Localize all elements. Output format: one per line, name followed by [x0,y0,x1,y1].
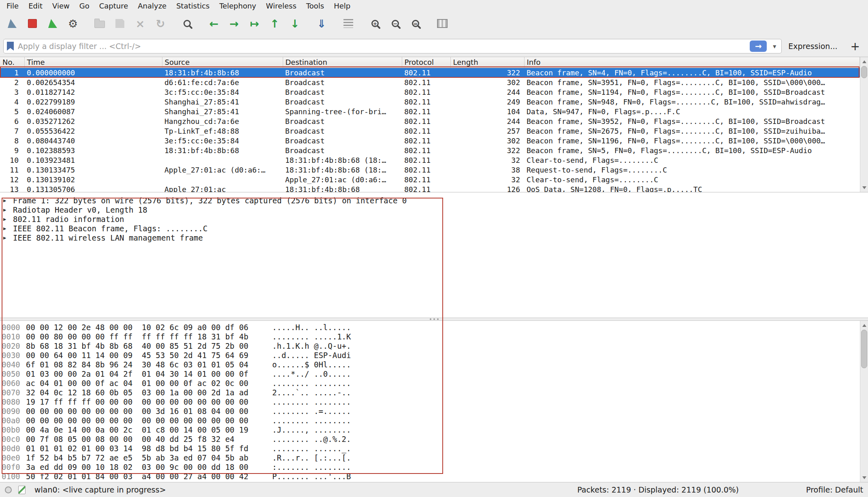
scroll-down-arrow[interactable] [860,184,868,191]
restart-capture-button[interactable] [43,14,62,33]
menu-item-analyze[interactable]: Analyze [133,2,171,10]
packet-list-scrollbar[interactable] [860,57,868,192]
restart-capture-icon [47,19,58,28]
packet-row-8[interactable]: 80.0804437403e:f5:cc:0e:35:84Broadcast80… [0,136,860,145]
column-header-time[interactable]: Time [24,57,162,68]
menu-item-tools[interactable]: Tools [301,2,329,10]
column-header-no[interactable]: No. [0,57,24,68]
hex-row-0030[interactable]: 003000 00 64 00 11 14 00 09 45 53 50 2d … [2,350,868,360]
expander-icon[interactable] [2,235,13,241]
hex-row-0090[interactable]: 009000 00 00 00 00 00 00 00 00 3d 16 01 … [2,406,868,416]
hex-row-00d0[interactable]: 00d001 01 01 02 01 00 03 14 98 d8 bd b4 … [2,444,868,453]
hex-scrollbar[interactable] [860,321,868,482]
menu-item-capture[interactable]: Capture [94,2,133,10]
scroll-up-arrow[interactable] [860,322,868,329]
resize-columns-button[interactable] [433,14,452,33]
hex-row-00e0[interactable]: 00e01f 52 b4 b5 b7 72 ae e5 5b ab 3a ed … [2,453,868,462]
hex-row-0040[interactable]: 00406f 01 08 82 84 8b 96 24 30 48 6c 03 … [2,360,868,369]
detail-line-1[interactable]: Frame 1: 322 bytes on wire (2576 bits), … [2,196,868,205]
hex-row-0100[interactable]: 010050 f2 02 01 01 84 00 03 a4 00 00 27 … [2,471,868,481]
expander-icon[interactable] [2,226,13,231]
pane-splitter[interactable] [0,318,868,321]
menu-item-file[interactable]: File [2,2,23,10]
menu-item-view[interactable]: View [47,2,75,10]
detail-line-2[interactable]: Radiotap Header v0, Length 18 [2,205,868,214]
packet-row-9[interactable]: 90.10238859318:31:bf:4b:8b:68Broadcast80… [0,145,860,155]
go-to-last-button[interactable]: ↓ [285,14,305,33]
stop-capture-button[interactable] [23,14,42,33]
column-header-protocol[interactable]: Protocol [402,57,450,68]
go-forward-button[interactable]: → [224,14,244,33]
packet-row-2[interactable]: 20.002654354d6:61:fe:cd:7a:6eBroadcast80… [0,77,860,87]
scrollbar-thumb[interactable] [861,66,867,78]
hex-row-00f0[interactable]: 00f03a ed dd 09 00 10 18 02 03 00 9c 00 … [2,462,868,471]
hex-bytes: 01 03 00 00 2a 01 04 2f 01 04 30 14 01 0… [26,369,269,378]
column-header-source[interactable]: Source [162,57,283,68]
column-header-length[interactable]: Length [450,57,524,68]
colorize-packets-button[interactable] [339,14,358,33]
capture-comment-icon[interactable] [18,486,26,494]
zoom-out-button[interactable]: − [386,14,405,33]
detail-line-3[interactable]: 802.11 radio information [2,214,868,224]
scroll-up-arrow[interactable] [860,58,868,65]
go-back-button[interactable]: ← [204,14,224,33]
menu-item-edit[interactable]: Edit [23,2,47,10]
start-capture-button[interactable] [2,14,22,33]
menu-item-telephony[interactable]: Telephony [214,2,261,10]
cell-no: 13 [0,184,24,192]
hex-row-0070[interactable]: 007032 04 0c 12 18 60 0b 05 03 00 1a 00 … [2,388,868,397]
hex-row-0010[interactable]: 001000 00 80 00 00 00 ff ff ff ff ff ff … [2,332,868,341]
hex-row-00b0[interactable]: 00b000 4a 0e 14 00 0a 00 2c 01 c8 00 14 … [2,425,868,434]
scrollbar-thumb[interactable] [861,330,867,368]
hex-row-00a0[interactable]: 00a000 00 00 00 00 00 00 00 00 00 00 00 … [2,416,868,425]
hex-row-0080[interactable]: 008019 17 ff ff ff 00 00 00 00 00 00 00 … [2,397,868,406]
hex-row-0020[interactable]: 00208b 68 18 31 bf 4b 8b 68 40 00 85 51 … [2,341,868,350]
menu-item-go[interactable]: Go [75,2,94,10]
expander-icon[interactable] [2,207,13,213]
zoom-reset-button[interactable]: = [406,14,425,33]
menu-item-statistics[interactable]: Statistics [171,2,214,10]
menu-item-wireless[interactable]: Wireless [261,2,301,10]
packet-row-10[interactable]: 100.10392348118:31:bf:4b:8b:68 (18:…802.… [0,155,860,165]
bookmark-icon[interactable] [7,42,14,51]
packet-row-5[interactable]: 50.024060087Shanghai_27:85:41Spanning-tr… [0,107,860,116]
hex-row-0060[interactable]: 0060ac 04 01 00 00 0f ac 04 01 00 00 0f … [2,378,868,388]
find-packet-button[interactable] [177,14,197,33]
detail-line-5[interactable]: IEEE 802.11 wireless LAN management fram… [2,233,868,242]
column-header-destination[interactable]: Destination [283,57,402,68]
profile-text[interactable]: Profile: Default [806,485,863,494]
hex-offset: 0030 [2,351,26,360]
column-header-info[interactable]: Info [524,57,860,68]
packet-row-12[interactable]: 120.130139102Apple_27:01:ac (d0:a6:…802.… [0,175,860,184]
packet-row-13[interactable]: 130.131305706Apple_27:01:ac18:31:bf:4b:8… [0,184,860,192]
add-filter-button[interactable]: + [844,40,865,53]
packet-row-11[interactable]: 110.130133475Apple_27:01:ac (d0:a6:…18:3… [0,165,860,175]
go-to-packet-button[interactable]: ↦ [245,14,264,33]
scroll-down-arrow[interactable] [860,474,868,481]
capture-options-button[interactable]: ⚙ [63,14,83,33]
expander-icon[interactable] [2,216,13,222]
zoom-in-button[interactable]: + [365,14,385,33]
go-to-first-button[interactable]: ↑ [265,14,284,33]
cell-destination: Apple_27:01:ac (d0:a6:… [283,175,402,184]
expression-button[interactable]: Expression... [786,42,840,51]
packet-row-6[interactable]: 60.035271262Hangzhou_cd:7a:6eBroadcast80… [0,116,860,126]
apply-filter-button[interactable] [750,41,767,52]
packet-row-3[interactable]: 30.0118271423c:f5:cc:0e:35:84Broadcast80… [0,87,860,97]
menu-item-help[interactable]: Help [329,2,355,10]
hex-row-0000[interactable]: 000000 00 12 00 2e 48 00 00 10 02 6c 09 … [2,322,868,332]
packet-row-4[interactable]: 40.022799189Shanghai_27:85:41Broadcast80… [0,97,860,107]
expert-status-icon[interactable] [5,486,12,493]
hex-row-00c0[interactable]: 00c000 7f 08 05 00 08 00 00 00 40 dd 25 … [2,434,868,444]
cell-no: 3 [0,87,24,97]
hex-ascii: ........ ......_. [272,444,351,453]
hex-row-0050[interactable]: 005001 03 00 00 2a 01 04 2f 01 04 30 14 … [2,369,868,378]
detail-line-4[interactable]: IEEE 802.11 Beacon frame, Flags: .......… [2,224,868,233]
display-filter-input[interactable] [18,40,746,52]
packet-row-1[interactable]: 10.00000000018:31:bf:4b:8b:68Broadcast80… [0,68,860,77]
auto-scroll-button[interactable]: ⇓ [312,14,331,33]
packet-row-7[interactable]: 70.055536422Tp-LinkT_ef:48:88Broadcast80… [0,126,860,136]
display-filter-field[interactable] [3,39,782,53]
expander-icon[interactable] [2,198,13,203]
filter-dropdown-chevron-icon[interactable] [771,43,778,50]
